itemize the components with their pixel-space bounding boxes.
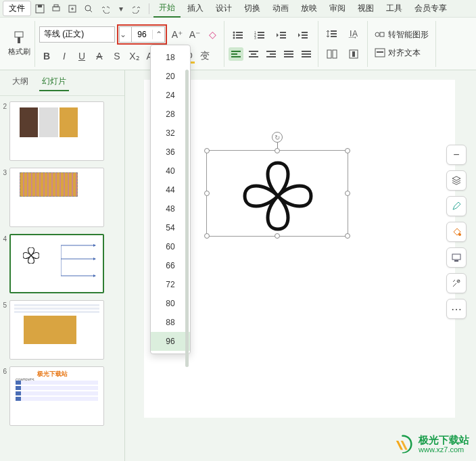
underline-button[interactable]: U	[74, 49, 89, 64]
align-justify-button[interactable]	[281, 47, 296, 61]
tab-insert[interactable]: 插入	[182, 0, 209, 17]
svg-rect-9	[236, 32, 243, 33]
float-layers-button[interactable]	[446, 170, 467, 191]
font-size-highlight: ⌄ 96 ⌃	[117, 24, 167, 45]
handle-bl[interactable]	[204, 233, 210, 239]
handle-tr[interactable]	[345, 148, 350, 153]
svg-point-5	[85, 5, 91, 11]
svg-rect-47	[352, 51, 355, 57]
slide-thumb-6[interactable]: 极光下载站 CONTENTS	[9, 366, 104, 426]
float-bucket-button[interactable]	[446, 222, 467, 242]
selected-shape[interactable]	[234, 156, 322, 236]
file-menu[interactable]: 文件	[3, 1, 31, 16]
tab-design[interactable]: 设计	[210, 0, 237, 17]
svg-rect-24	[302, 34, 308, 36]
italic-button[interactable]: I	[57, 49, 72, 64]
handle-ml[interactable]	[204, 191, 210, 196]
tab-slideshow[interactable]: 放映	[295, 0, 323, 17]
bullets-button[interactable]	[229, 27, 247, 43]
font-size-dropdown[interactable]: 18 20 24 28 32 36 40 44 48 54 60 66 72 8…	[150, 45, 191, 354]
separator	[149, 3, 149, 14]
strikethrough-button[interactable]: A	[92, 49, 107, 64]
format-painter-label: 格式刷	[8, 47, 30, 57]
svg-rect-28	[231, 56, 241, 57]
font-size-select[interactable]: 96 ⌃	[131, 26, 165, 43]
tab-start[interactable]: 开始	[153, 0, 181, 18]
svg-rect-23	[302, 32, 308, 33]
handle-tm[interactable]	[275, 148, 280, 153]
slide-canvas[interactable]: ↻	[144, 80, 455, 418]
svg-rect-39	[302, 53, 311, 55]
svg-rect-33	[270, 53, 276, 55]
bold-button[interactable]: B	[39, 49, 54, 64]
save-icon[interactable]	[32, 1, 47, 16]
float-tools-button[interactable]	[446, 273, 467, 293]
tab-review[interactable]: 审阅	[324, 0, 351, 17]
decrease-font-icon[interactable]: A⁻	[187, 27, 202, 42]
preview-icon[interactable]	[81, 1, 96, 16]
sidebar-tab-outline[interactable]: 大纲	[9, 74, 31, 91]
undo-icon[interactable]	[97, 1, 112, 16]
distribute-button[interactable]	[299, 47, 314, 61]
sidebar-tab-slides[interactable]: 幻灯片	[39, 74, 69, 91]
svg-rect-6	[15, 32, 23, 37]
slide-thumb-2[interactable]	[9, 101, 104, 161]
slide-thumb-3[interactable]	[9, 168, 104, 227]
font-family-select[interactable]: 等线 (正文)	[39, 26, 115, 43]
numbering-button[interactable]: 123	[250, 27, 269, 43]
thumb-num-2: 2	[1, 101, 9, 110]
tab-animation[interactable]: 动画	[267, 0, 294, 17]
clear-format-icon[interactable]: ◇	[205, 27, 220, 42]
columns-button[interactable]	[323, 46, 341, 62]
font-family-chevron-icon[interactable]: ⌄	[119, 26, 131, 43]
tab-member[interactable]: 会员专享	[409, 0, 452, 17]
slide-thumbnails[interactable]: 2 3 4 5	[0, 96, 124, 461]
svg-rect-45	[333, 50, 337, 58]
tab-tools[interactable]: 工具	[381, 0, 408, 17]
redo-icon[interactable]	[130, 1, 145, 16]
line-spacing-button[interactable]	[323, 26, 341, 42]
align-text-button[interactable]: 对齐文本	[372, 46, 431, 60]
thumb-num-3: 3	[1, 168, 9, 176]
svg-text:3: 3	[254, 36, 256, 39]
font-family-value: 等线 (正文)	[40, 28, 114, 40]
text-direction-button[interactable]: I͢A	[344, 26, 363, 42]
float-pen-button[interactable]	[446, 196, 467, 216]
float-collapse-button[interactable]: −	[446, 145, 467, 165]
text-vertical-button[interactable]	[344, 46, 363, 62]
increase-font-icon[interactable]: A⁺	[170, 27, 185, 42]
format-painter-group[interactable]: 格式刷	[4, 21, 35, 67]
tab-view[interactable]: 视图	[352, 0, 379, 17]
dropdown-scrollbar[interactable]	[185, 49, 189, 349]
handle-tl[interactable]	[204, 148, 210, 153]
subscript-button[interactable]: X₂	[127, 49, 142, 64]
superscript-button[interactable]: S	[110, 49, 124, 64]
float-screen-button[interactable]	[446, 247, 467, 268]
thumb-num-4: 4	[1, 234, 9, 243]
tab-transition[interactable]: 切换	[239, 0, 266, 17]
decrease-indent-button[interactable]	[272, 27, 291, 43]
print-icon[interactable]	[49, 1, 64, 16]
svg-rect-19	[258, 37, 264, 39]
font-size-stepper-icon[interactable]: ⌃	[152, 30, 164, 39]
phonetic-button[interactable]: 变	[197, 49, 212, 64]
slide-thumb-4[interactable]	[9, 234, 104, 293]
svg-rect-38	[302, 51, 311, 52]
increase-indent-button[interactable]	[293, 27, 312, 43]
align-left-button[interactable]	[229, 47, 243, 61]
export-icon[interactable]	[65, 1, 80, 16]
align-right-button[interactable]	[264, 47, 279, 61]
undo-chevron-icon[interactable]: ▾	[114, 1, 128, 16]
handle-br[interactable]	[345, 233, 350, 239]
svg-rect-43	[331, 36, 337, 37]
selection-box[interactable]: ↻	[206, 150, 348, 237]
slide-thumb-5[interactable]	[9, 300, 104, 360]
svg-rect-13	[236, 37, 243, 39]
handle-mr[interactable]	[345, 191, 350, 196]
smart-graphic-button[interactable]: 转智能图形	[372, 28, 431, 42]
align-center-button[interactable]	[246, 47, 261, 61]
svg-rect-15	[258, 32, 264, 33]
rotation-handle[interactable]: ↻	[272, 132, 283, 143]
float-more-button[interactable]: ⋯	[446, 299, 467, 319]
svg-rect-26	[231, 51, 241, 52]
